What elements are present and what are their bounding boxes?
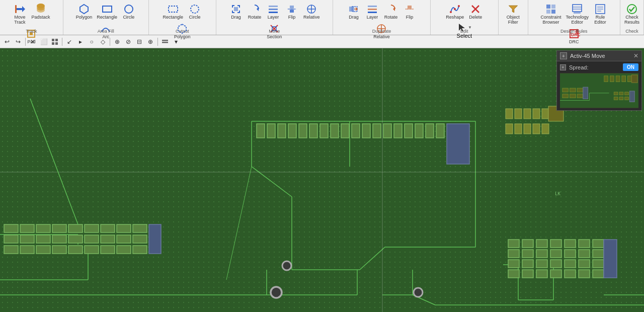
svg-rect-42 xyxy=(551,10,555,14)
svg-rect-161 xyxy=(593,260,604,268)
main-toolbar: MoveTrack Padstack xyxy=(0,0,644,35)
svg-rect-40 xyxy=(551,5,555,9)
delete-label: Delete xyxy=(469,15,482,20)
svg-rect-46 xyxy=(574,12,581,14)
padstack-button[interactable]: Padstack xyxy=(29,2,52,21)
svg-text:LK: LK xyxy=(555,191,560,196)
toolbar2-sep2 xyxy=(62,38,62,46)
drag-dup-button[interactable]: Drag xyxy=(345,2,363,21)
areafill-group-label: Area Fill xyxy=(63,29,148,34)
toolbar-group-move: Drag Rotate xyxy=(216,0,333,35)
object-filter-icon xyxy=(507,3,519,15)
svg-rect-163 xyxy=(604,240,617,278)
svg-rect-2 xyxy=(15,5,17,13)
svg-rect-117 xyxy=(52,235,66,243)
svg-rect-139 xyxy=(522,240,533,248)
object-filter-button[interactable]: ObjectFilter xyxy=(501,2,526,26)
panel-expand-button[interactable]: + xyxy=(560,52,567,59)
svg-rect-9 xyxy=(103,6,112,12)
svg-rect-116 xyxy=(52,224,66,232)
section-label: Section xyxy=(267,35,282,40)
svg-rect-167 xyxy=(533,109,540,119)
circle-co-icon xyxy=(189,3,201,15)
circle-co-label: Circle xyxy=(189,15,201,20)
svg-rect-145 xyxy=(536,260,547,268)
spread-on-button[interactable]: ON xyxy=(623,63,638,71)
delete-button[interactable]: Delete xyxy=(466,2,485,21)
technology-editor-label: TechnologyEditor xyxy=(566,15,589,25)
svg-rect-150 xyxy=(550,270,561,278)
svg-rect-204 xyxy=(629,91,634,102)
pcb-canvas-area: LK LK + Activ-45 Move ✕ + Spread: ON xyxy=(0,48,644,312)
arc-af-label: Arc xyxy=(103,35,110,40)
svg-point-5 xyxy=(37,4,45,9)
svg-rect-92 xyxy=(299,124,307,138)
svg-point-12 xyxy=(191,5,199,13)
svg-rect-114 xyxy=(36,235,50,243)
svg-rect-43 xyxy=(573,5,582,12)
toolbar-group-track: MoveTrack Padstack xyxy=(0,0,63,35)
flip-button[interactable]: Flip xyxy=(283,2,301,21)
svg-rect-41 xyxy=(546,10,550,14)
svg-point-177 xyxy=(414,288,423,297)
panel-thumbnail xyxy=(560,73,638,108)
flip-dup-button[interactable]: Flip xyxy=(400,2,419,21)
rule-editor-button[interactable]: RuleEditor xyxy=(591,2,609,26)
reshape-button[interactable]: Reshape xyxy=(444,2,466,21)
svg-rect-23 xyxy=(349,7,354,12)
rectangle-co-icon xyxy=(167,3,179,15)
layer-move-button[interactable]: Layer xyxy=(264,2,282,21)
svg-rect-172 xyxy=(524,124,531,134)
svg-marker-8 xyxy=(80,5,88,14)
svg-marker-15 xyxy=(257,7,259,11)
svg-rect-185 xyxy=(604,76,608,82)
rotate-dup-button[interactable]: Rotate xyxy=(382,2,400,21)
flip-label: Flip xyxy=(288,15,296,20)
delete-icon xyxy=(469,3,481,15)
circle-af-button[interactable]: Circle xyxy=(120,2,138,21)
svg-rect-141 xyxy=(522,260,533,268)
panel-close-button[interactable]: ✕ xyxy=(633,52,638,59)
svg-rect-18 xyxy=(269,12,278,13)
svg-rect-103 xyxy=(415,124,423,138)
svg-rect-156 xyxy=(579,250,590,258)
svg-rect-202 xyxy=(625,92,629,95)
svg-rect-131 xyxy=(133,224,147,232)
relative-button[interactable]: Relative xyxy=(301,2,322,21)
circle-af-label: Circle xyxy=(123,15,134,20)
edit-group-label: Edit xyxy=(431,29,498,34)
layer-dup-button[interactable]: Layer xyxy=(363,2,381,21)
duplicate-group-label: Duplicate xyxy=(333,29,430,34)
svg-rect-120 xyxy=(68,235,83,243)
polygon-button[interactable]: Polygon xyxy=(74,2,95,21)
svg-rect-155 xyxy=(579,240,590,248)
svg-line-182 xyxy=(30,99,78,224)
flip-dup-label: Flip xyxy=(406,15,414,20)
move-track-button[interactable]: MoveTrack xyxy=(11,2,29,26)
rotate-move-button[interactable]: Rotate xyxy=(246,2,264,21)
svg-rect-14 xyxy=(234,7,238,11)
svg-rect-196 xyxy=(577,94,583,98)
activ-panel: + Activ-45 Move ✕ + Spread: ON xyxy=(556,50,642,111)
rotate-move-label: Rotate xyxy=(248,15,262,20)
technology-editor-button[interactable]: TechnologyEditor xyxy=(564,2,591,26)
svg-rect-125 xyxy=(101,224,115,232)
drag-button[interactable]: Drag xyxy=(227,2,245,21)
circle-co-button[interactable]: Circle xyxy=(186,2,204,21)
rectangle-af-icon xyxy=(101,3,113,15)
svg-rect-127 xyxy=(101,246,115,254)
constraint-browser-label: ConstraintBrowser xyxy=(541,15,561,25)
grid-overlay xyxy=(0,48,644,312)
check-results-button[interactable]: CheckResults xyxy=(622,2,641,26)
constraint-browser-button[interactable]: ConstraintBrowser xyxy=(539,2,564,26)
svg-rect-147 xyxy=(550,240,561,248)
rectangle-co-button[interactable]: Rectangle xyxy=(160,2,185,21)
drag-dup-label: Drag xyxy=(349,15,359,20)
svg-rect-91 xyxy=(288,124,296,138)
toolbar-group-edit: Reshape Delete ▼ xyxy=(431,0,499,35)
svg-line-66 xyxy=(413,295,435,305)
rectangle-af-button[interactable]: Rectangle xyxy=(95,2,119,21)
svg-rect-135 xyxy=(508,240,519,248)
svg-rect-115 xyxy=(36,246,50,254)
svg-rect-170 xyxy=(506,124,513,134)
